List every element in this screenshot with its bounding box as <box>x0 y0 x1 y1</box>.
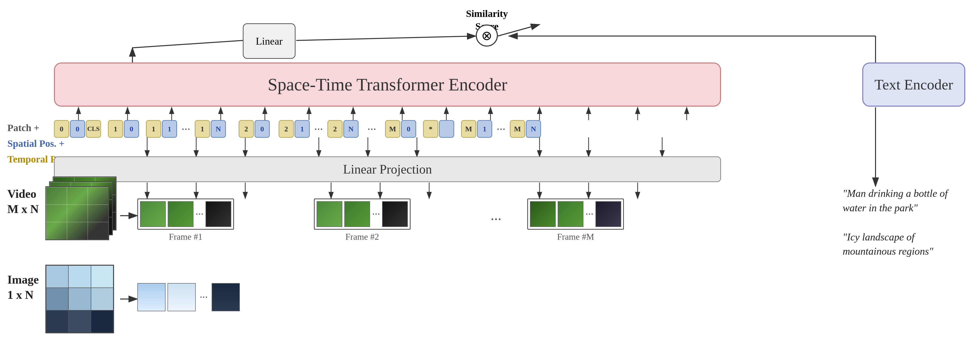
frameM-token-start: M 0 <box>385 120 416 138</box>
t1-0-s: 0 <box>124 120 139 138</box>
frame2-ellipsis: ··· <box>372 208 380 220</box>
caption-2: "Icy landscape of mountainous regions" <box>843 230 960 259</box>
ellipsis1: ··· <box>181 122 190 136</box>
token-cls: CLS <box>86 120 101 138</box>
t1-N-s: N <box>211 120 226 138</box>
frameM-token-end: M N <box>510 120 541 138</box>
frameM-ellipsis: ··· <box>585 208 593 220</box>
tM-N-p: M <box>510 120 525 138</box>
linear-projection-label: Linear Projection <box>343 162 432 176</box>
tM-star-s <box>439 120 454 138</box>
img-cell-1 <box>46 265 68 288</box>
t2-N-p: 2 <box>328 120 343 138</box>
img-cell-6 <box>91 288 113 310</box>
frameM-label: Frame #M <box>527 231 624 242</box>
t1-0-p: 1 <box>108 120 123 138</box>
image-frame <box>45 265 114 333</box>
linear-box: Linear <box>243 23 296 59</box>
frame1-group-container: ··· Frame #1 <box>137 198 234 242</box>
t2-1-s: 1 <box>294 120 310 138</box>
video-label: Video M x N <box>7 186 39 217</box>
token-row: 0 0 CLS 1 0 1 1 ··· 1 N 2 0 2 1 <box>54 120 541 138</box>
svg-line-1 <box>132 40 243 48</box>
image-label-line2: 1 x N <box>7 287 39 302</box>
img-ellipsis: ··· <box>200 291 208 303</box>
frame2-patch1 <box>317 201 342 227</box>
cls-token-group: 0 0 CLS <box>54 120 101 138</box>
token-0-sp: 0 <box>70 120 85 138</box>
frame2-token-start: 2 0 <box>239 120 270 138</box>
frame1-token-end: 1 N <box>195 120 226 138</box>
text-encoder-box: Text Encoder <box>862 62 965 107</box>
img-patch3 <box>212 283 240 311</box>
text-encoder-label: Text Encoder <box>875 76 953 93</box>
video-frame-front <box>45 186 109 240</box>
frame2-patch2 <box>344 201 370 227</box>
frame2-border: ··· <box>314 198 410 230</box>
tM-1-s: 1 <box>477 120 492 138</box>
img-patch2 <box>167 283 196 311</box>
frame1-patch3 <box>205 201 231 227</box>
img-cell-2 <box>68 265 91 288</box>
img-cell-4 <box>46 288 68 310</box>
img-cell-5 <box>68 288 91 310</box>
frame1-token-mid: 1 1 <box>146 120 177 138</box>
image-label: Image 1 x N <box>7 272 39 303</box>
tM-0-s: 0 <box>401 120 416 138</box>
frameM-group-container: ··· Frame #M <box>527 198 624 242</box>
t1-1-s: 1 <box>162 120 177 138</box>
image-patches-container: ··· <box>137 283 240 311</box>
t2-1-p: 2 <box>278 120 294 138</box>
text-captions: "Man drinking a bottle of water in the p… <box>843 186 960 273</box>
multiply-circle: ⊗ <box>476 24 498 47</box>
frame1-label: Frame #1 <box>137 231 234 242</box>
frame2-token-end: 2 N <box>328 120 358 138</box>
frameM-token-star: * <box>423 120 454 138</box>
frameM-border: ··· <box>527 198 624 230</box>
frame2-patch3 <box>382 201 408 227</box>
frame1-token-start: 1 0 <box>108 120 139 138</box>
multiply-symbol: ⊗ <box>481 28 492 43</box>
tM-0-p: M <box>385 120 400 138</box>
ellipsis2: ··· <box>314 122 323 136</box>
t2-0-s: 0 <box>255 120 270 138</box>
img-cell-7 <box>46 310 68 333</box>
spatial-text: Spatial Pos. + <box>7 136 67 152</box>
frameM-patch2 <box>558 201 584 227</box>
t2-0-p: 2 <box>239 120 254 138</box>
frameM-patch1 <box>530 201 556 227</box>
frame2-token-mid: 2 1 <box>278 120 310 138</box>
t1-1-p: 1 <box>146 120 161 138</box>
video-label-line1: Video <box>7 186 39 201</box>
linear-projection-box: Linear Projection <box>54 156 721 182</box>
frame1-patch2 <box>168 201 194 227</box>
frame2-label: Frame #2 <box>314 231 410 242</box>
frame2-group-container: ··· Frame #2 <box>314 198 410 242</box>
frame1-patch1 <box>140 201 166 227</box>
video-stack <box>45 176 119 250</box>
img-cell-3 <box>91 265 113 288</box>
img-cell-8 <box>68 310 91 333</box>
big-frame-ellipsis: ··· <box>490 211 501 228</box>
ellipsis3: ··· <box>496 122 506 136</box>
svg-line-2 <box>296 36 476 40</box>
frameM-patch3 <box>595 201 621 227</box>
transformer-box: Space-Time Transformer Encoder <box>54 62 721 107</box>
caption-1: "Man drinking a bottle of water in the p… <box>843 186 960 215</box>
video-label-line2: M x N <box>7 201 39 217</box>
token-0-0: 0 <box>54 120 69 138</box>
frame1-ellipsis: ··· <box>196 208 204 220</box>
tM-N-s: N <box>526 120 541 138</box>
frame1-border: ··· <box>137 198 234 230</box>
frameM-token-mid: M 1 <box>461 120 492 138</box>
img-patch1 <box>137 283 165 311</box>
linear-label: Linear <box>256 35 283 47</box>
t2-N-s: N <box>344 120 358 138</box>
tM-1-p: M <box>461 120 476 138</box>
big-ellipsis: ··· <box>368 122 376 136</box>
diagram-container: Similarity Score Linear ⊗ Space-Time Tra… <box>0 0 980 350</box>
t1-N-p: 1 <box>195 120 210 138</box>
tM-star-p: * <box>423 120 438 138</box>
transformer-label: Space-Time Transformer Encoder <box>267 74 507 95</box>
img-cell-9 <box>91 310 113 333</box>
